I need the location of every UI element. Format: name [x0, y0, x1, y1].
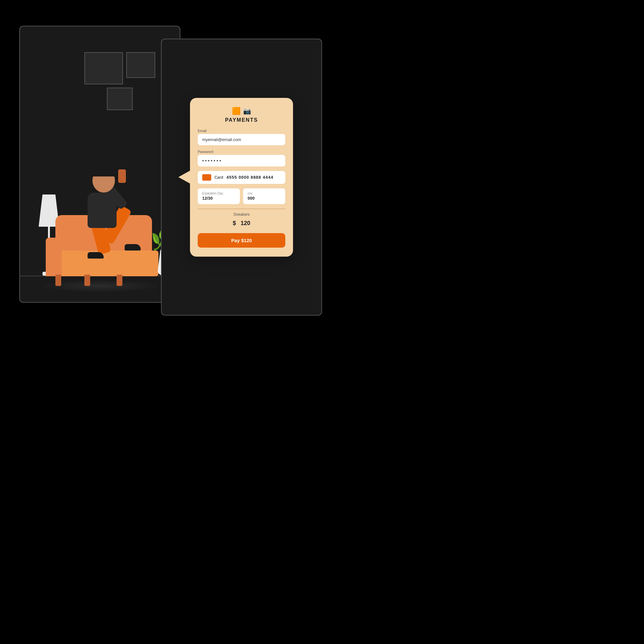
price-amount: $ 120 [198, 217, 285, 227]
payment-header: 🟧 📷 PAYMENTS [198, 107, 285, 123]
person-shoe-left [88, 252, 104, 259]
person-hair [92, 164, 115, 176]
price-symbol: $ [233, 220, 236, 226]
cvv-value: 000 [248, 196, 255, 201]
cvv-label: cvv [248, 192, 281, 195]
password-input[interactable] [198, 155, 285, 166]
price-value: 120 [241, 220, 250, 226]
expiry-value: 12/30 [202, 196, 213, 201]
sofa-seat [49, 251, 158, 276]
cvv-box: cvv 000 [243, 188, 285, 204]
room-panel: 🌿 [19, 26, 180, 303]
password-label: Password [198, 150, 285, 154]
card-number: 4555 0000 8888 4444 [226, 175, 273, 180]
sofa-leg [117, 275, 122, 286]
item-name: Sneakers [198, 212, 285, 217]
sofa-legs [46, 275, 180, 286]
card-label: Card [214, 175, 223, 180]
camera-icon: 📷 [243, 107, 251, 115]
price-section: Sneakers $ 120 [198, 209, 285, 227]
phone-in-hand [118, 169, 126, 183]
scene-container: 🌿 🟧 📷 PAYMENTS Email Password [19, 26, 322, 316]
wallet-icon: 🟧 [232, 107, 241, 115]
wall-frame-1 [84, 52, 123, 84]
expiry-cvv-row: Expiration Day 12/30 cvv 000 [198, 188, 285, 204]
payment-title: PAYMENTS [198, 117, 285, 123]
sofa-leg [55, 275, 61, 286]
email-input[interactable] [198, 134, 285, 145]
card-row: Card 4555 0000 8888 4444 [198, 171, 285, 184]
card-chip-icon [202, 174, 211, 181]
payment-icons: 🟧 📷 [198, 107, 285, 115]
wall-frame-3 [107, 88, 133, 110]
payment-card: 🟧 📷 PAYMENTS Email Password Card 4555 00… [190, 98, 293, 257]
expiry-label: Expiration Day [202, 192, 235, 195]
sofa-arm-left [46, 238, 62, 276]
person-shoe-right [125, 244, 141, 251]
email-label: Email [198, 129, 285, 133]
expiry-box: Expiration Day 12/30 [198, 188, 240, 204]
pay-button[interactable]: Pay $120 [198, 233, 285, 248]
sofa-leg [84, 275, 90, 286]
payment-panel-wrapper: 🟧 📷 PAYMENTS Email Password Card 4555 00… [161, 39, 322, 316]
wall-frame-2 [126, 52, 155, 78]
